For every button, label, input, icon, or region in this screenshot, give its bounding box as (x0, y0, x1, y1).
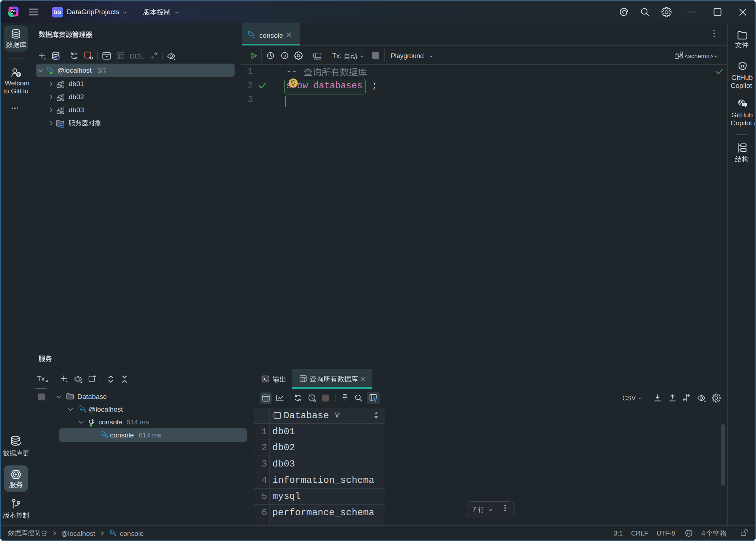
svg-text:p: p (284, 53, 286, 58)
svg-text:DG: DG (11, 10, 16, 13)
svg-text:?: ? (17, 72, 20, 77)
